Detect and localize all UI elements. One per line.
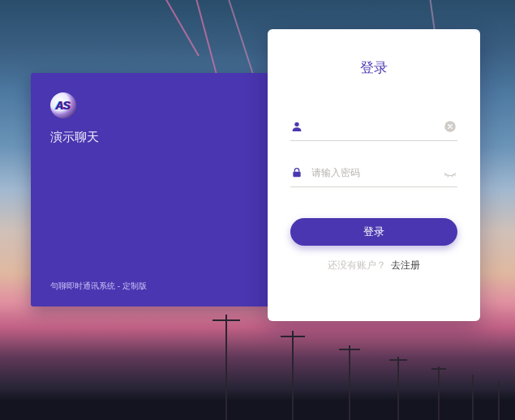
light-pole — [472, 375, 474, 420]
clear-icon[interactable] — [443, 119, 457, 134]
light-pole — [292, 331, 294, 420]
brand-footer: 句聊即时通讯系统 - 定制版 — [50, 281, 258, 292]
brand-logo-letters: AS — [55, 99, 69, 112]
no-account-text: 还没有账户？ — [328, 259, 386, 271]
login-title: 登录 — [290, 58, 457, 77]
username-field-row — [290, 114, 457, 141]
light-crossbar — [281, 336, 305, 337]
light-crossbar — [212, 319, 240, 321]
user-icon — [290, 120, 303, 133]
light-pole — [397, 357, 399, 420]
light-crossbar — [431, 368, 446, 370]
password-input[interactable] — [311, 167, 435, 178]
brand-logo: AS — [50, 92, 76, 118]
register-link[interactable]: 去注册 — [391, 259, 420, 271]
lock-icon — [290, 166, 303, 179]
eye-closed-icon[interactable] — [443, 165, 457, 180]
brand-panel: AS 演示聊天 句聊即时通讯系统 - 定制版 — [31, 73, 274, 306]
light-crossbar — [389, 359, 407, 361]
light-pole — [438, 366, 440, 420]
light-crossbar — [339, 349, 360, 350]
light-pole — [225, 315, 227, 420]
light-pole — [498, 381, 500, 420]
login-button[interactable]: 登录 — [290, 218, 457, 246]
light-pole — [349, 345, 350, 420]
contrail — [161, 0, 200, 56]
login-card: 登录 登录 还没有账户？ 去注册 — [268, 29, 480, 321]
username-input[interactable] — [311, 121, 435, 132]
svg-point-0 — [294, 122, 298, 126]
register-row: 还没有账户？ 去注册 — [290, 259, 457, 272]
brand-title: 演示聊天 — [50, 130, 258, 145]
svg-rect-2 — [293, 172, 300, 178]
password-field-row — [290, 161, 457, 187]
